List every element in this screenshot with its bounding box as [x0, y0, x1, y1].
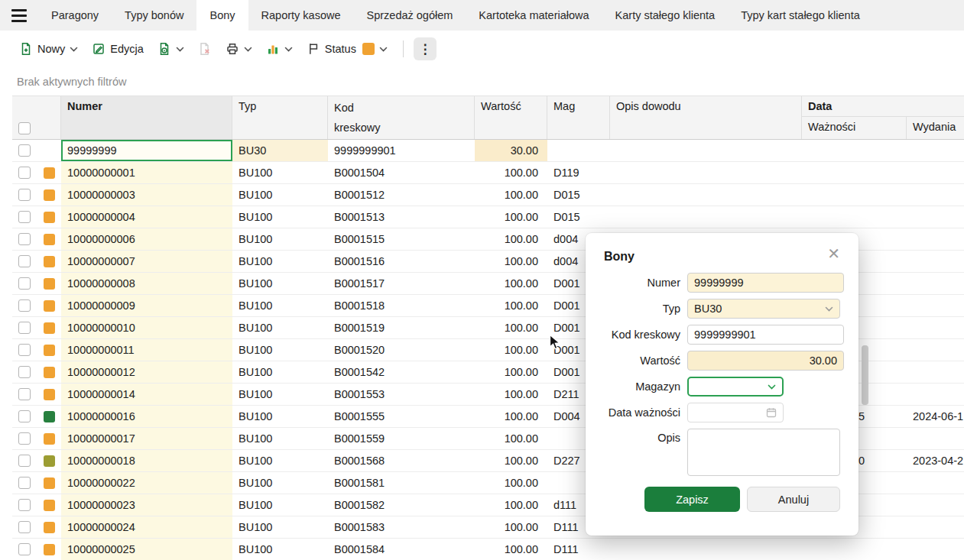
cell-kod-kreskowy[interactable]: B0001513: [328, 206, 475, 228]
row-checkbox[interactable]: [18, 499, 31, 511]
row-checkbox[interactable]: [18, 299, 31, 312]
cell-wartosc[interactable]: 100.00: [475, 339, 547, 361]
new-button[interactable]: Nowy: [14, 38, 83, 60]
nav-tab[interactable]: Paragony: [38, 0, 112, 31]
col-header-waznosci[interactable]: Ważności: [802, 117, 907, 139]
cell-kod-kreskowy[interactable]: B0001555: [328, 406, 475, 427]
cell-numer[interactable]: 10000000022: [61, 472, 232, 494]
cell-numer[interactable]: 10000000003: [61, 184, 232, 206]
table-row[interactable]: 10000000001 BU100 B0001504 100.00 D119: [12, 162, 964, 184]
cell-kod-kreskowy[interactable]: 9999999901: [328, 140, 475, 161]
cell-opis-dowodu[interactable]: [610, 539, 802, 560]
row-checkbox[interactable]: [18, 167, 31, 179]
row-checkbox[interactable]: [18, 543, 31, 555]
cell-wartosc[interactable]: 30.00: [475, 140, 547, 161]
cell-opis-dowodu[interactable]: [610, 206, 802, 228]
cell-numer[interactable]: 10000000023: [61, 494, 232, 516]
cell-kod-kreskowy[interactable]: B0001504: [328, 162, 475, 183]
cell-numer[interactable]: 10000000008: [61, 273, 232, 294]
cell-kod-kreskowy[interactable]: B0001517: [328, 273, 475, 294]
cell-typ[interactable]: BU100: [232, 339, 328, 361]
row-checkbox[interactable]: [18, 388, 31, 400]
cell-data-wydania[interactable]: [907, 339, 964, 361]
cell-mag[interactable]: [547, 140, 610, 161]
cell-numer[interactable]: 10000000018: [61, 450, 232, 471]
cell-typ[interactable]: BU100: [232, 273, 328, 294]
cell-typ[interactable]: BU100: [232, 384, 328, 405]
cell-typ[interactable]: BU100: [232, 361, 328, 383]
cell-wartosc[interactable]: 100.00: [475, 206, 547, 228]
cell-data-wydania[interactable]: [907, 428, 964, 449]
cell-data-wydania[interactable]: [907, 472, 964, 494]
cell-opis-dowodu[interactable]: [610, 162, 802, 183]
cell-typ[interactable]: BU100: [232, 428, 328, 449]
preview-button[interactable]: [152, 38, 190, 60]
cell-typ[interactable]: BU100: [232, 228, 328, 250]
row-checkbox[interactable]: [18, 277, 31, 290]
cell-data-wydania[interactable]: [907, 539, 964, 560]
nav-tab[interactable]: Kartoteka materiałowa: [466, 0, 602, 31]
cell-wartosc[interactable]: 100.00: [475, 184, 547, 206]
close-icon[interactable]: ✕: [827, 245, 840, 262]
cell-data-wydania[interactable]: [907, 251, 964, 272]
col-header-wydania[interactable]: Wydania: [907, 117, 964, 139]
cell-data-wydania[interactable]: [907, 361, 964, 383]
cell-typ[interactable]: BU100: [232, 494, 328, 516]
cell-kod-kreskowy[interactable]: B0001553: [328, 384, 475, 405]
cell-data-wydania[interactable]: [907, 184, 964, 206]
menu-icon[interactable]: [0, 0, 38, 31]
row-checkbox[interactable]: [18, 322, 31, 334]
nav-tab[interactable]: Karty stałego klienta: [602, 0, 729, 31]
cell-data-wydania[interactable]: [907, 273, 964, 294]
cell-wartosc[interactable]: 100.00: [475, 450, 547, 471]
cell-data-wydania[interactable]: [907, 162, 964, 183]
row-checkbox[interactable]: [18, 211, 31, 223]
cell-data-wydania[interactable]: [907, 317, 964, 338]
cell-wartosc[interactable]: 100.00: [475, 472, 547, 494]
cell-wartosc[interactable]: 100.00: [475, 251, 547, 272]
cell-typ[interactable]: BU30: [232, 140, 328, 161]
kod-kreskowy-input[interactable]: [687, 325, 844, 345]
table-row[interactable]: 99999999 BU30 9999999901 30.00: [12, 140, 964, 162]
row-checkbox[interactable]: [18, 410, 31, 422]
cell-numer[interactable]: 10000000014: [61, 384, 232, 405]
row-checkbox[interactable]: [18, 255, 31, 267]
data-waznosci-input[interactable]: [687, 403, 784, 422]
nav-tab[interactable]: Sprzedaż ogółem: [354, 0, 466, 31]
cell-numer[interactable]: 10000000004: [61, 206, 232, 228]
cell-numer[interactable]: 10000000025: [61, 539, 232, 560]
cell-data-wydania[interactable]: [907, 516, 964, 538]
cell-wartosc[interactable]: 100.00: [475, 428, 547, 449]
cell-kod-kreskowy[interactable]: B0001515: [328, 228, 475, 250]
cell-data-wydania[interactable]: [907, 228, 964, 250]
row-checkbox[interactable]: [18, 432, 31, 445]
col-header-numer[interactable]: Numer: [61, 96, 232, 139]
col-header-typ[interactable]: Typ: [232, 96, 328, 139]
cell-kod-kreskowy[interactable]: B0001568: [328, 450, 475, 471]
cell-data-waznosci[interactable]: [802, 184, 907, 206]
cell-numer[interactable]: 10000000006: [61, 228, 232, 250]
cell-mag[interactable]: D015: [547, 184, 610, 206]
cell-kod-kreskowy[interactable]: B0001542: [328, 361, 475, 383]
cell-wartosc[interactable]: 100.00: [475, 317, 547, 338]
cell-numer[interactable]: 10000000012: [61, 361, 232, 383]
cell-wartosc[interactable]: 100.00: [475, 494, 547, 516]
cell-mag[interactable]: D111: [547, 539, 610, 560]
cell-data-wydania[interactable]: 2024-06-1: [907, 406, 964, 427]
cell-data-wydania[interactable]: [907, 494, 964, 516]
cell-kod-kreskowy[interactable]: B0001584: [328, 539, 475, 560]
cell-opis-dowodu[interactable]: [610, 140, 802, 161]
cell-numer[interactable]: 10000000017: [61, 428, 232, 449]
cell-kod-kreskowy[interactable]: B0001582: [328, 494, 475, 516]
cell-kod-kreskowy[interactable]: B0001518: [328, 295, 475, 316]
row-checkbox[interactable]: [18, 521, 31, 533]
cell-numer[interactable]: 10000000007: [61, 251, 232, 272]
cell-wartosc[interactable]: 100.00: [475, 228, 547, 250]
cell-numer[interactable]: 10000000016: [61, 406, 232, 427]
cell-typ[interactable]: BU100: [232, 162, 328, 183]
cell-typ[interactable]: BU100: [232, 450, 328, 471]
row-checkbox[interactable]: [18, 366, 31, 378]
nav-tab[interactable]: Bony: [196, 0, 248, 31]
cell-numer[interactable]: 10000000024: [61, 516, 232, 538]
magazyn-select[interactable]: [687, 377, 784, 397]
